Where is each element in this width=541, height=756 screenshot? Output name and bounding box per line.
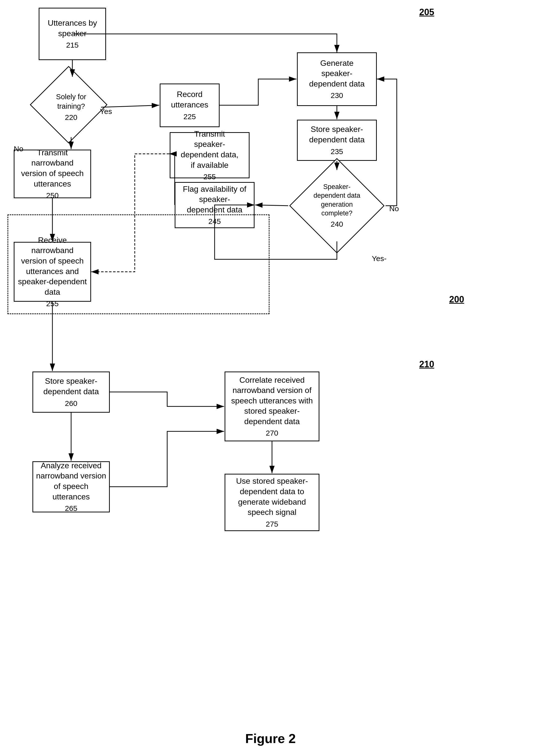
box-store260: Store speaker-dependent data 260: [32, 372, 110, 413]
box-transmit255: Transmitspeaker-dependent data,if availa…: [170, 132, 250, 178]
box-generate: Generatespeaker-dependent data 230: [297, 52, 377, 106]
ref-210: 210: [419, 359, 434, 370]
diagram-container: 205 210 200 Utterances byspeaker 215 Sol…: [0, 0, 541, 756]
box-use275: Use stored speaker-dependent data togene…: [225, 474, 319, 531]
box-correlate270: Correlate receivednarrowband version ofs…: [225, 372, 319, 441]
dashed-region: [7, 214, 270, 314]
ref-205: 205: [419, 7, 434, 17]
box-analyze265: Analyze receivednarrowband versionof spe…: [32, 461, 110, 512]
label-yes: Yes: [100, 107, 112, 116]
svg-line-5: [255, 205, 288, 206]
svg-line-2: [101, 105, 159, 107]
box-transmit250: Transmit narrowbandversion of speechutte…: [14, 149, 91, 198]
label-no: No: [14, 144, 23, 153]
ref-200: 200: [449, 294, 464, 305]
diamond-solely: Solely for training? 220: [41, 77, 101, 137]
label-yes-bottom: Yes-: [372, 254, 386, 263]
box-store235: Store speaker-dependent data 235: [297, 120, 377, 161]
box-utterances: Utterances byspeaker 215: [39, 8, 106, 60]
box-record: Recordutterances 225: [160, 84, 220, 127]
diamond-complete: Speaker-dependent datagenerationcomplete…: [288, 169, 385, 242]
label-no-right: No: [389, 204, 399, 213]
figure-label: Figure 2: [245, 731, 296, 746]
